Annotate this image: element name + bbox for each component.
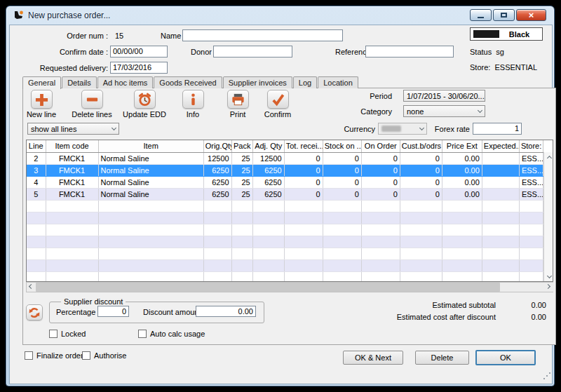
reference-field[interactable] (365, 46, 454, 58)
redacted-currency-value (381, 126, 401, 132)
table-cell: 0 (323, 164, 361, 176)
table-cell (284, 248, 323, 259)
color-select[interactable]: Black (470, 27, 543, 41)
period-select[interactable]: 1/07/2015 - 30/06/20... (403, 90, 485, 102)
color-label: Black (499, 30, 539, 39)
table-cell (482, 164, 519, 176)
close-icon[interactable]: × (516, 9, 546, 21)
donor-field[interactable] (213, 46, 292, 58)
table-cell (442, 236, 482, 248)
table-cell (482, 176, 519, 188)
confirm-button[interactable]: Confirm (248, 90, 307, 119)
table-cell (46, 212, 98, 224)
requested-delivery-field[interactable]: 17/03/2016 (110, 62, 168, 74)
estimated-cost-after-discount-label: Estimated cost after discount (320, 313, 496, 321)
table-row[interactable] (27, 224, 543, 236)
table-cell: Normal Saline (98, 176, 203, 188)
line-filter-select[interactable]: show all lines (27, 123, 119, 135)
table-cell: FMCK1 (46, 188, 98, 200)
table-row[interactable] (27, 212, 543, 224)
confirm-date-field[interactable]: 00/00/00 (110, 46, 168, 58)
column-header[interactable]: On Order (361, 140, 400, 152)
table-cell (231, 271, 252, 282)
scroll-left-icon[interactable] (27, 283, 36, 292)
table-cell (519, 212, 543, 224)
table-row[interactable] (27, 200, 543, 212)
scroll-right-icon[interactable] (543, 283, 553, 292)
scroll-up-icon[interactable] (544, 152, 553, 162)
table-cell (519, 271, 543, 282)
table-cell: 0 (361, 164, 400, 176)
chevron-down-icon (485, 95, 485, 97)
locked-checkbox[interactable] (49, 330, 58, 338)
table-cell (442, 224, 482, 236)
table-row[interactable] (27, 236, 543, 248)
table-cell: 3 (27, 164, 46, 176)
delete-button[interactable]: Delete (415, 351, 469, 365)
vertical-scrollbar[interactable] (543, 152, 553, 281)
tab-details[interactable]: Details (62, 76, 97, 88)
column-header[interactable]: Stock on ... (323, 140, 361, 152)
column-header[interactable]: Tot. recei... (284, 140, 323, 152)
table-cell (284, 271, 323, 282)
maximize-icon[interactable] (493, 9, 515, 21)
table-cell: 0.00 (442, 164, 482, 176)
column-header[interactable]: Expected... (482, 140, 519, 152)
column-header[interactable]: Store: (519, 140, 543, 152)
horizontal-scrollbar[interactable] (26, 282, 553, 292)
recalculate-button[interactable] (26, 304, 43, 320)
tab-supplier-invoices[interactable]: Supplier invoices (223, 76, 292, 88)
percentage-field[interactable]: 0 (97, 306, 129, 317)
column-header[interactable]: Cust.b/odrs (400, 140, 442, 152)
table-cell (442, 259, 482, 271)
table-cell (482, 236, 519, 248)
minimize-icon[interactable] (470, 9, 492, 21)
column-header[interactable]: Price Ext (442, 140, 482, 152)
authorise-checkbox[interactable] (82, 351, 90, 360)
tab-goods-received[interactable]: Goods Received (154, 76, 222, 88)
auto-calc-usage-checkbox[interactable] (138, 330, 147, 338)
table-row[interactable]: 2FMCK1Normal Saline12500251250000000.00E… (27, 152, 543, 164)
discount-amount-field[interactable]: 0.00 (196, 306, 256, 317)
titlebar[interactable]: New purchase order... × (6, 6, 554, 25)
column-header[interactable]: Orig.Qty (203, 140, 231, 152)
table-cell (482, 248, 519, 259)
table-row[interactable]: 4FMCK1Normal Saline625025625000000.00ESS… (27, 176, 543, 188)
finalize-order-checkbox[interactable] (25, 351, 33, 360)
table-row[interactable] (27, 248, 543, 259)
table-cell (519, 259, 543, 271)
delete-lines-button[interactable]: Delete lines (62, 90, 121, 119)
column-header[interactable]: Adj. Qty (252, 140, 284, 152)
table-cell (361, 236, 400, 248)
resize-grip-icon[interactable] (543, 372, 551, 380)
tool-label: Confirm (248, 110, 307, 119)
forex-rate-field[interactable]: 1 (473, 123, 522, 135)
table-row[interactable] (27, 259, 543, 271)
column-header[interactable]: Pack (231, 140, 252, 152)
table-cell (519, 200, 543, 212)
name-field[interactable] (182, 29, 343, 41)
table-row[interactable] (27, 271, 543, 282)
tab-ad-hoc-items[interactable]: Ad hoc items (97, 76, 154, 88)
table-cell (323, 248, 361, 259)
table-cell (442, 212, 482, 224)
table-cell (231, 236, 252, 248)
tab-log[interactable]: Log (293, 76, 317, 88)
table-cell (27, 271, 46, 282)
table-cell: Normal Saline (98, 188, 203, 200)
tab-general[interactable]: General (22, 76, 61, 89)
tab-location[interactable]: Location (318, 76, 358, 88)
ok-button[interactable]: OK (475, 350, 536, 365)
table-row[interactable]: 5FMCK1Normal Saline625025625000000.00ESS… (27, 188, 543, 200)
category-label: Category (322, 107, 392, 116)
table-cell: ESS... (519, 152, 543, 164)
column-header[interactable]: Line (27, 140, 46, 152)
table-cell (323, 259, 361, 271)
scrollbar-thumb[interactable] (36, 283, 500, 292)
scroll-down-icon[interactable] (544, 271, 553, 281)
column-header[interactable]: Item code (46, 140, 98, 152)
column-header[interactable]: Item (98, 140, 203, 152)
ok-next-button[interactable]: OK & Next (343, 351, 403, 365)
category-select[interactable]: none (403, 105, 485, 117)
table-row[interactable]: 3FMCK1Normal Saline625025625000000.00ESS… (27, 164, 543, 176)
